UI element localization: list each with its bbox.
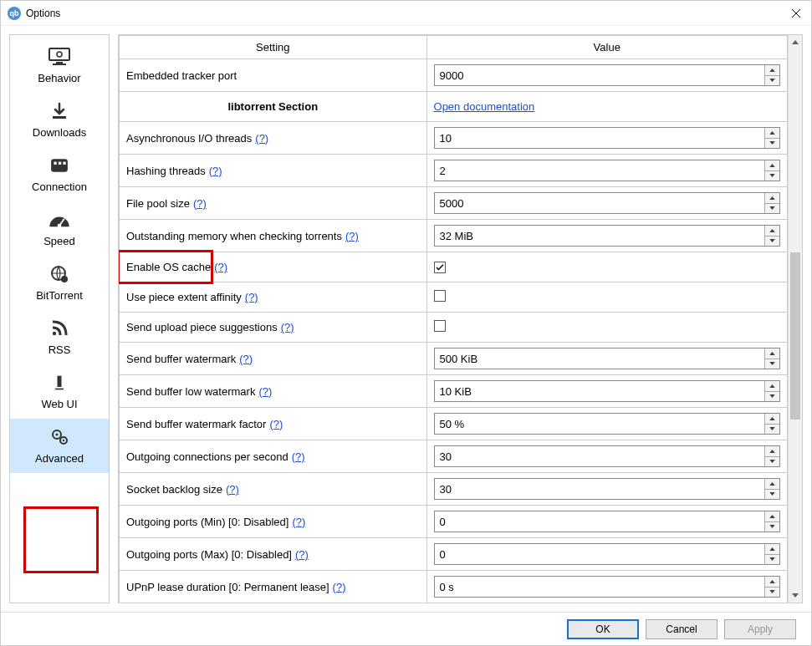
spin-down[interactable]: [765, 139, 779, 149]
vertical-scrollbar[interactable]: [788, 35, 802, 603]
spin-value: 9000: [435, 65, 764, 85]
scroll-up-button[interactable]: [789, 35, 802, 49]
help-link[interactable]: (?): [255, 132, 268, 145]
rss-icon: [45, 317, 74, 340]
spin-down[interactable]: [765, 237, 779, 247]
table-row: Outgoing ports (Max) [0: Disabled](?) 0: [120, 538, 788, 571]
svg-marker-36: [769, 417, 774, 420]
checkbox[interactable]: [434, 320, 446, 332]
spin-down[interactable]: [765, 392, 779, 402]
spin-value: 50 %: [435, 414, 764, 434]
spin-up[interactable]: [765, 414, 779, 425]
spin-up[interactable]: [765, 128, 779, 139]
setting-label: Outgoing connections per second: [126, 450, 289, 463]
setting-label: Send buffer watermark factor: [126, 418, 266, 430]
table-row: Outgoing ports (Min) [0: Disabled](?) 0: [120, 506, 788, 538]
spin-input[interactable]: 9000: [434, 64, 780, 86]
spin-input[interactable]: 5000: [434, 192, 780, 214]
spin-up[interactable]: [765, 577, 779, 588]
spin-input[interactable]: 0: [434, 511, 780, 532]
svg-rect-7: [51, 159, 68, 171]
ok-button[interactable]: OK: [567, 619, 639, 639]
checkbox[interactable]: [434, 262, 446, 273]
spin-up[interactable]: [765, 348, 779, 359]
spin-input[interactable]: 2: [434, 160, 780, 181]
spin-up[interactable]: [765, 226, 779, 237]
spin-up[interactable]: [765, 511, 779, 522]
help-link[interactable]: (?): [281, 321, 294, 333]
spin-down[interactable]: [765, 76, 779, 86]
sidebar-item-behavior[interactable]: Behavior: [10, 38, 109, 93]
sidebar-item-label: RSS: [49, 343, 71, 356]
help-link[interactable]: (?): [292, 450, 305, 463]
scroll-thumb[interactable]: [790, 252, 800, 420]
setting-label: Outstanding memory when checking torrent…: [126, 230, 342, 242]
spin-down[interactable]: [765, 457, 779, 467]
help-link[interactable]: (?): [269, 418, 283, 430]
spin-input[interactable]: 500 KiB: [434, 348, 780, 369]
spin-input[interactable]: 0 s: [434, 576, 780, 598]
spin-up[interactable]: [765, 160, 779, 171]
help-link[interactable]: (?): [292, 516, 305, 528]
svg-point-21: [63, 440, 64, 441]
spin-down[interactable]: [765, 359, 779, 369]
close-button[interactable]: [788, 5, 804, 22]
spin-up[interactable]: [765, 544, 779, 555]
spin-input[interactable]: 10: [434, 127, 780, 149]
spin-up[interactable]: [765, 193, 779, 204]
spin-value: 0 s: [435, 577, 764, 597]
setting-label: Send buffer watermark: [126, 353, 236, 365]
help-link[interactable]: (?): [345, 230, 359, 242]
spin-down[interactable]: [765, 555, 779, 565]
scroll-down-button[interactable]: [789, 588, 802, 603]
help-link[interactable]: (?): [226, 483, 239, 496]
sidebar-item-downloads[interactable]: Downloads: [10, 93, 109, 147]
svg-marker-46: [769, 580, 774, 583]
spin-input[interactable]: 50 %: [434, 413, 780, 435]
spin-up[interactable]: [765, 446, 779, 457]
setting-label: Outgoing ports (Max) [0: Disabled]: [126, 548, 292, 561]
help-link[interactable]: (?): [333, 581, 346, 593]
svg-marker-32: [769, 352, 774, 355]
spin-input[interactable]: 30: [434, 478, 780, 500]
spin-up[interactable]: [765, 381, 779, 392]
sidebar-item-bittorrent[interactable]: BitTorrent: [10, 256, 109, 310]
svg-marker-44: [769, 547, 774, 551]
spin-input[interactable]: 30: [434, 445, 780, 467]
spin-down[interactable]: [765, 425, 779, 435]
spin-up[interactable]: [765, 65, 779, 76]
help-link[interactable]: (?): [258, 385, 272, 398]
sidebar-item-speed[interactable]: Speed: [10, 201, 109, 256]
svg-rect-17: [55, 389, 64, 390]
settings-table-wrap[interactable]: Setting Value Embedded tracker port 9000…: [119, 35, 788, 603]
spin-up[interactable]: [765, 479, 779, 490]
help-link[interactable]: (?): [245, 291, 258, 303]
spin-down[interactable]: [765, 204, 779, 214]
sidebar-item-connection[interactable]: Connection: [10, 147, 109, 201]
spin-down[interactable]: [765, 171, 779, 181]
checkbox[interactable]: [434, 290, 446, 302]
spin-input[interactable]: 32 MiB: [434, 225, 780, 247]
spin-down[interactable]: [765, 522, 779, 532]
open-documentation-link[interactable]: Open documentation: [434, 100, 535, 113]
help-link[interactable]: (?): [209, 165, 222, 177]
cancel-button[interactable]: Cancel: [646, 619, 718, 639]
section-row: libtorrent Section Open documentation: [120, 92, 788, 122]
help-link[interactable]: (?): [295, 548, 309, 561]
spin-down[interactable]: [765, 588, 779, 598]
setting-label: Send buffer low watermark: [126, 385, 255, 398]
highlight-annotation: [23, 506, 99, 573]
sidebar-item-webui[interactable]: Web UI: [10, 364, 109, 419]
apply-button[interactable]: Apply: [724, 619, 796, 639]
help-link[interactable]: (?): [239, 353, 253, 365]
spin-down[interactable]: [765, 490, 779, 500]
help-link[interactable]: (?): [214, 261, 227, 273]
help-link[interactable]: (?): [193, 197, 207, 210]
spin-input[interactable]: 0: [434, 543, 780, 565]
sidebar-item-advanced[interactable]: Advanced: [10, 419, 109, 473]
settings-table: Setting Value Embedded tracker port 9000…: [119, 35, 788, 603]
svg-marker-29: [769, 206, 774, 210]
spin-input[interactable]: 10 KiB: [434, 380, 780, 402]
svg-rect-8: [54, 162, 56, 165]
sidebar-item-rss[interactable]: RSS: [10, 310, 109, 364]
